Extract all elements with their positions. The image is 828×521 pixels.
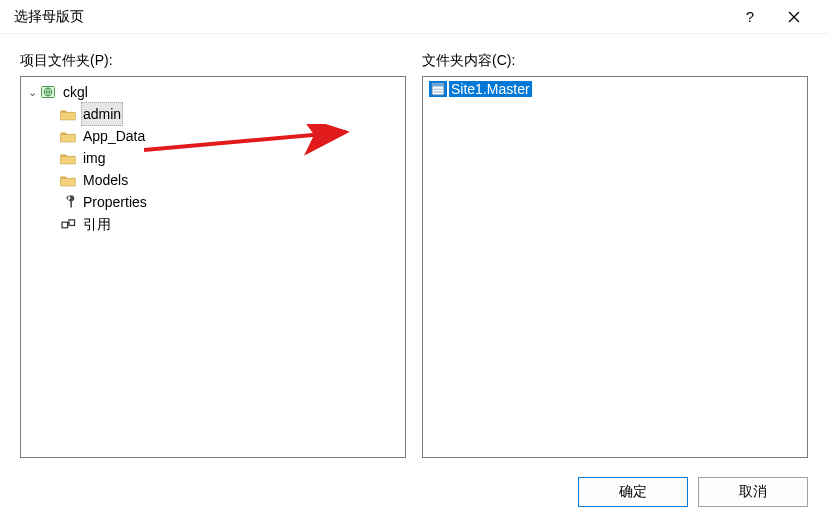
master-page-icon: [429, 81, 447, 97]
tree-node-label: ckgl: [63, 84, 88, 100]
wrench-icon: [59, 194, 77, 210]
folder-icon: [59, 128, 77, 144]
svg-rect-9: [62, 222, 68, 228]
svg-rect-15: [434, 91, 443, 92]
tree-node-label: admin: [83, 106, 121, 122]
project-folders-label: 项目文件夹(P):: [20, 52, 406, 70]
tree-node-admin[interactable]: admin: [57, 103, 403, 125]
tree-node-properties[interactable]: Properties: [57, 191, 403, 213]
tree-node-img[interactable]: img: [57, 147, 403, 169]
svg-rect-5: [61, 112, 76, 120]
svg-rect-10: [68, 219, 74, 225]
dialog-content: 项目文件夹(P): ⌄: [0, 34, 828, 521]
cancel-button-label: 取消: [739, 483, 767, 501]
tree-node-root[interactable]: ⌄ ckgl: [23, 81, 403, 103]
tree-node-label: Models: [83, 172, 128, 188]
folder-icon: [59, 150, 77, 166]
svg-rect-7: [61, 156, 76, 164]
svg-rect-6: [61, 134, 76, 142]
tree-node-appdata[interactable]: App_Data: [57, 125, 403, 147]
folder-icon: [59, 172, 77, 188]
right-column: 文件夹内容(C): Site1.Master: [422, 52, 808, 458]
dialog-title: 选择母版页: [14, 8, 728, 26]
folder-contents-label: 文件夹内容(C):: [422, 52, 808, 70]
tree-node-label: Properties: [83, 194, 147, 210]
references-icon: [59, 216, 77, 232]
titlebar: 选择母版页 ?: [0, 0, 828, 34]
tree-node-models[interactable]: Models: [57, 169, 403, 191]
file-item-label: Site1.Master: [449, 81, 532, 97]
folder-icon: [59, 106, 77, 122]
close-icon: [788, 11, 800, 23]
left-column: 项目文件夹(P): ⌄: [20, 52, 406, 458]
close-button[interactable]: [772, 0, 816, 34]
svg-rect-14: [434, 89, 443, 90]
project-folders-tree[interactable]: ⌄ ckgl: [23, 79, 403, 235]
svg-rect-13: [432, 83, 444, 87]
ok-button[interactable]: 确定: [578, 477, 688, 507]
project-folders-tree-panel[interactable]: ⌄ ckgl: [20, 76, 406, 458]
tree-node-label: App_Data: [83, 128, 145, 144]
folder-contents-panel[interactable]: Site1.Master: [422, 76, 808, 458]
file-item-master[interactable]: Site1.Master: [425, 79, 805, 99]
svg-rect-8: [61, 178, 76, 186]
ok-button-label: 确定: [619, 483, 647, 501]
cancel-button[interactable]: 取消: [698, 477, 808, 507]
tree-node-label: img: [83, 150, 106, 166]
tree-node-label: 引用: [83, 216, 111, 232]
expand-caret-icon[interactable]: ⌄: [25, 81, 39, 103]
tree-node-references[interactable]: 引用: [57, 213, 403, 235]
dialog-buttons: 确定 取消: [578, 477, 808, 507]
help-button[interactable]: ?: [728, 0, 772, 34]
project-icon: [39, 84, 57, 100]
